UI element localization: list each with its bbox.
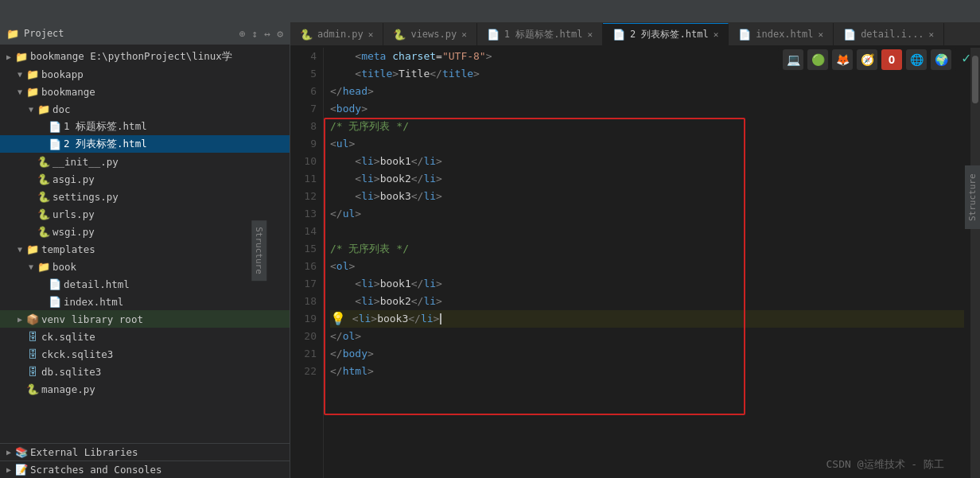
tabs-bar: 🐍 admin.py ✕ 🐍 views.py ✕ 📄 1 标题标签.html … (290, 22, 980, 46)
folder-icon: 📁 (37, 261, 51, 273)
tree-item-label: 1 标题标签.html (64, 120, 147, 134)
tab-close-icon[interactable]: ✕ (929, 29, 935, 40)
line-num-7: 7 (310, 100, 317, 118)
tree-item-venv[interactable]: ▶ 📦 venv library root (0, 310, 290, 328)
code-content[interactable]: <meta charset="UTF-8"> <title>Title</tit… (324, 48, 970, 478)
ie-icon[interactable]: 🌐 (906, 49, 927, 70)
html-file-icon: 📄 (48, 138, 62, 150)
tab-2-list-html[interactable]: 📄 2 列表标签.html ✕ (603, 23, 729, 45)
opera-icon[interactable]: O (881, 49, 902, 70)
tree-item-ck-sqlite[interactable]: 🗄 ck.sqlite (0, 328, 290, 345)
sidebar-icon-4[interactable]: ⚙ (277, 28, 283, 40)
pycharm-browser-icon[interactable]: 💻 (783, 49, 803, 70)
tree-item-wsgi-py[interactable]: 🐍 wsgi.py (0, 223, 290, 240)
python-file-icon: 🐍 (25, 383, 40, 395)
tree-item-label: settings.py (52, 191, 119, 203)
code-line-21: </body> (330, 345, 964, 363)
tree-item-bookapp[interactable]: ▼ 📁 bookapp (0, 65, 290, 83)
folder-icon: 📁 (25, 243, 40, 255)
tree-item-asgi-py[interactable]: 🐍 asgi.py (0, 170, 290, 188)
tree-item-external-libraries[interactable]: ▶ 📚 External Libraries (0, 443, 290, 461)
line-num-16: 16 (304, 258, 317, 275)
html-file-icon: 📄 (843, 29, 856, 41)
scrollbar[interactable] (970, 48, 980, 478)
safari-icon[interactable]: 🧭 (857, 49, 877, 70)
tree-item-label: index.html (64, 296, 123, 308)
tab-admin-py[interactable]: 🐍 admin.py ✕ (290, 23, 383, 45)
tree-item-db-sqlite3[interactable]: 🗄 db.sqlite3 (0, 363, 290, 380)
tree-item-label: doc (52, 103, 71, 115)
code-line-22: </html> (330, 363, 964, 380)
tree-item-book[interactable]: ▼ 📁 book (0, 258, 290, 275)
firefox-icon[interactable]: 🦊 (832, 49, 853, 70)
code-editor: 4 5 6 7 8 9 10 11 12 13 14 15 16 17 (290, 48, 980, 478)
tree-item-label: External Libraries (30, 446, 138, 458)
tab-close-icon[interactable]: ✕ (587, 29, 593, 40)
python-file-icon: 🐍 (37, 173, 51, 185)
structure-tab[interactable]: Structure (252, 220, 267, 281)
tree-item-label: wsgi.py (52, 226, 95, 238)
tree-item-index-html[interactable]: 📄 index.html (0, 293, 290, 310)
tree-item-detail-html[interactable]: 📄 detail.html (0, 275, 290, 293)
html-file-icon: 📄 (487, 29, 500, 41)
sidebar-icon-3[interactable]: ↔ (264, 28, 270, 40)
tree-item-init-py[interactable]: 🐍 __init__.py (0, 153, 290, 170)
tab-detail-html[interactable]: 📄 detail.i... ✕ (834, 23, 944, 45)
arrow-icon: ▼ (14, 70, 25, 79)
tab-close-icon[interactable]: ✕ (368, 29, 374, 40)
tree-item-label: bookapp (41, 68, 84, 80)
tree-item-bookmange[interactable]: ▼ 📁 bookmange (0, 83, 290, 100)
tree-item-2-list-html[interactable]: 📄 2 列表标签.html (0, 135, 290, 153)
tab-label: detail.i... (861, 29, 924, 40)
tree-item-doc[interactable]: ▼ 📁 doc (0, 100, 290, 118)
line-numbers: 4 5 6 7 8 9 10 11 12 13 14 15 16 17 (290, 48, 324, 478)
code-line-10: <li>book1</li> (330, 153, 964, 170)
tree-item-ckck-sqlite3[interactable]: 🗄 ckck.sqlite3 (0, 345, 290, 363)
py-file-icon: 🐍 (393, 29, 406, 41)
tree-item-manage-py[interactable]: 🐍 manage.py (0, 380, 290, 398)
code-line-13: </ul> (330, 205, 964, 223)
venv-icon: 📦 (25, 313, 40, 325)
tree-item-1-title-html[interactable]: 📄 1 标题标签.html (0, 118, 290, 135)
line-num-4: 4 (310, 48, 317, 65)
scrollbar-thumb[interactable] (972, 56, 978, 103)
line-num-19: 19 (304, 310, 317, 328)
tab-close-icon[interactable]: ✕ (714, 29, 719, 40)
app-container: 📁 Project ⊕ ↕ ↔ ⚙ ▶ 📁 (0, 0, 980, 478)
tab-close-icon[interactable]: ✕ (819, 29, 824, 40)
checkmark-icon: ✓ (962, 49, 970, 66)
tab-index-html[interactable]: 📄 index.html ✕ (729, 23, 834, 45)
html-file-icon: 📄 (48, 121, 62, 133)
tab-views-py[interactable]: 🐍 views.py ✕ (383, 23, 476, 45)
tree-item-templates[interactable]: ▼ 📁 templates (0, 240, 290, 258)
tree-item-label: ck.sqlite (41, 331, 95, 343)
code-line-11: <li>book2</li> (330, 170, 964, 188)
tab-close-icon[interactable]: ✕ (461, 29, 467, 40)
code-line-8: /* 无序列表 */ (330, 118, 964, 135)
sidebar-header: 📁 Project ⊕ ↕ ↔ ⚙ (0, 22, 290, 45)
tree-item-bookmange-root[interactable]: ▶ 📁 bookmange E:\pythonProject\linux学 (0, 48, 290, 65)
chrome-icon[interactable]: 🟢 (807, 49, 828, 70)
sidebar: 📁 Project ⊕ ↕ ↔ ⚙ ▶ 📁 (0, 22, 290, 478)
sidebar-icon-2[interactable]: ↕ (252, 28, 259, 40)
sidebar-title: Project (24, 28, 64, 39)
line-num-15: 15 (304, 240, 317, 258)
line-num-18: 18 (304, 293, 317, 310)
tree-item-settings-py[interactable]: 🐍 settings.py (0, 188, 290, 205)
line-num-21: 21 (304, 345, 317, 363)
html-file-icon: 📄 (612, 29, 625, 41)
tab-1-title-html[interactable]: 📄 1 标题标签.html ✕ (477, 23, 603, 45)
html-file-icon: 📄 (48, 296, 62, 308)
folder-icon: 📁 (37, 103, 51, 115)
tab-label: 1 标题标签.html (504, 28, 583, 41)
bulb-icon: 💡 (330, 310, 346, 328)
sidebar-icon-1[interactable]: ⊕ (239, 28, 246, 40)
line-num-22: 22 (304, 363, 317, 380)
tree-item-scratches[interactable]: ▶ 📝 Scratches and Consoles (0, 461, 290, 478)
editor-area: 🐍 admin.py ✕ 🐍 views.py ✕ 📄 1 标题标签.html … (290, 22, 980, 478)
code-line-7: <body> (330, 100, 964, 118)
tree-item-label: bookmange E:\pythonProject\linux学 (30, 50, 232, 64)
tree-item-urls-py[interactable]: 🐍 urls.py (0, 205, 290, 223)
code-line-14 (330, 223, 964, 240)
edge-icon[interactable]: 🌍 (931, 49, 951, 70)
